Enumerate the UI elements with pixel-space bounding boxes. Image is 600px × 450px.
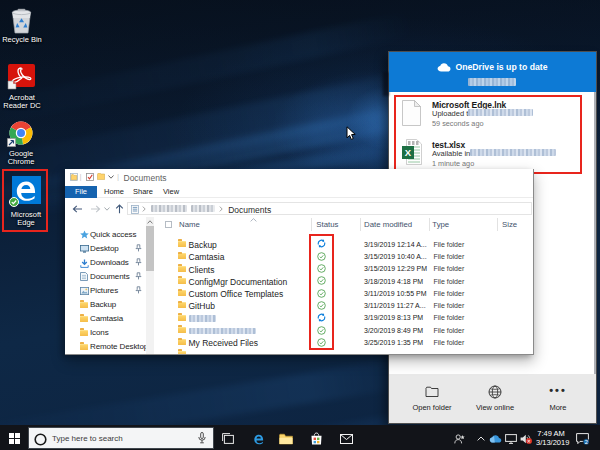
svg-text:2: 2 — [584, 439, 587, 445]
